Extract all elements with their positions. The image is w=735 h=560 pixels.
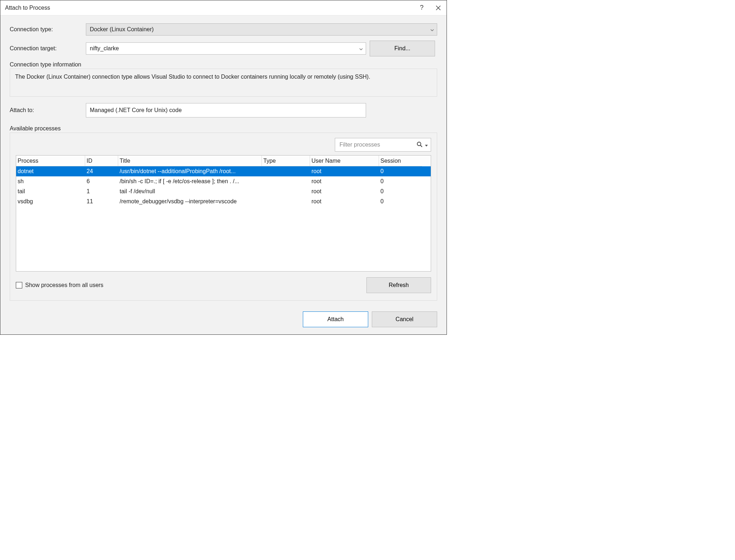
col-user[interactable]: User Name bbox=[310, 156, 379, 166]
connection-info-heading: Connection type information bbox=[10, 61, 437, 68]
cell-process: vsdbg bbox=[16, 198, 85, 205]
cell-id: 6 bbox=[85, 178, 118, 185]
attach-to-value: Managed (.NET Core for Unix) code bbox=[90, 107, 182, 114]
col-process[interactable]: Process bbox=[16, 156, 85, 166]
connection-target-label: Connection target: bbox=[10, 45, 86, 52]
cell-id: 24 bbox=[85, 168, 118, 175]
svg-line-3 bbox=[421, 145, 422, 147]
connection-target-dropdown[interactable]: nifty_clarke bbox=[86, 42, 366, 55]
chevron-down-icon bbox=[359, 45, 363, 52]
cell-session: 0 bbox=[379, 198, 422, 205]
cell-title: tail -f /dev/null bbox=[118, 188, 262, 195]
connection-target-value: nifty_clarke bbox=[90, 45, 119, 52]
col-title[interactable]: Title bbox=[118, 156, 262, 166]
attach-to-process-dialog: Attach to Process ? Connection type: Doc… bbox=[0, 0, 447, 335]
connection-type-label: Connection type: bbox=[10, 26, 86, 33]
cell-user: root bbox=[310, 198, 379, 205]
table-row[interactable]: sh6/bin/sh -c ID=.; if [ -e /etc/os-rele… bbox=[16, 176, 431, 186]
cell-user: root bbox=[310, 178, 379, 185]
cell-title: /usr/bin/dotnet --additionalProbingPath … bbox=[118, 168, 262, 175]
available-processes-panel: Process ID Title Type User Name Session … bbox=[10, 133, 437, 301]
cancel-button[interactable]: Cancel bbox=[372, 311, 437, 327]
show-all-users-label: Show processes from all users bbox=[25, 282, 103, 288]
cell-session: 0 bbox=[379, 188, 422, 195]
attach-button[interactable]: Attach bbox=[303, 311, 368, 327]
filter-dropdown-icon[interactable] bbox=[425, 142, 428, 148]
cell-id: 11 bbox=[85, 198, 118, 205]
table-body: dotnet24/usr/bin/dotnet --additionalProb… bbox=[16, 166, 431, 207]
col-session[interactable]: Session bbox=[379, 156, 422, 166]
cell-title: /remote_debugger/vsdbg --interpreter=vsc… bbox=[118, 198, 262, 205]
checkbox-box bbox=[16, 282, 22, 288]
chevron-down-icon bbox=[430, 26, 434, 33]
table-row[interactable]: dotnet24/usr/bin/dotnet --additionalProb… bbox=[16, 166, 431, 176]
connection-type-dropdown[interactable]: Docker (Linux Container) bbox=[86, 23, 437, 36]
cell-user: root bbox=[310, 188, 379, 195]
find-button[interactable]: Find... bbox=[370, 41, 435, 56]
cell-process: dotnet bbox=[16, 168, 85, 175]
available-processes-heading: Available processes bbox=[10, 125, 437, 132]
process-table: Process ID Title Type User Name Session … bbox=[16, 155, 431, 272]
dialog-body: Connection type: Docker (Linux Container… bbox=[0, 15, 447, 334]
table-row[interactable]: tail1tail -f /dev/nullroot0 bbox=[16, 186, 431, 196]
connection-info-text: The Docker (Linux Container) connection … bbox=[10, 69, 437, 97]
col-type[interactable]: Type bbox=[262, 156, 310, 166]
close-button[interactable] bbox=[430, 0, 447, 15]
cell-session: 0 bbox=[379, 178, 422, 185]
help-button[interactable]: ? bbox=[413, 0, 430, 15]
connection-type-value: Docker (Linux Container) bbox=[90, 26, 154, 33]
filter-processes-input[interactable] bbox=[339, 141, 416, 148]
show-all-users-checkbox[interactable]: Show processes from all users bbox=[16, 282, 103, 288]
attach-to-label: Attach to: bbox=[10, 107, 86, 114]
table-row[interactable]: vsdbg11/remote_debugger/vsdbg --interpre… bbox=[16, 196, 431, 207]
table-header: Process ID Title Type User Name Session bbox=[16, 156, 431, 166]
refresh-button[interactable]: Refresh bbox=[366, 277, 431, 293]
filter-processes-input-wrap bbox=[335, 138, 431, 152]
titlebar: Attach to Process ? bbox=[0, 0, 447, 15]
cell-session: 0 bbox=[379, 168, 422, 175]
cell-user: root bbox=[310, 168, 379, 175]
cell-id: 1 bbox=[85, 188, 118, 195]
close-icon bbox=[436, 5, 441, 10]
col-id[interactable]: ID bbox=[85, 156, 118, 166]
cell-process: sh bbox=[16, 178, 85, 185]
cell-process: tail bbox=[16, 188, 85, 195]
dialog-title: Attach to Process bbox=[5, 5, 413, 11]
svg-point-2 bbox=[417, 142, 421, 145]
cell-title: /bin/sh -c ID=.; if [ -e /etc/os-release… bbox=[118, 178, 262, 185]
search-icon[interactable] bbox=[416, 141, 423, 149]
dialog-footer: Attach Cancel bbox=[10, 311, 437, 327]
attach-to-field[interactable]: Managed (.NET Core for Unix) code bbox=[86, 103, 366, 117]
